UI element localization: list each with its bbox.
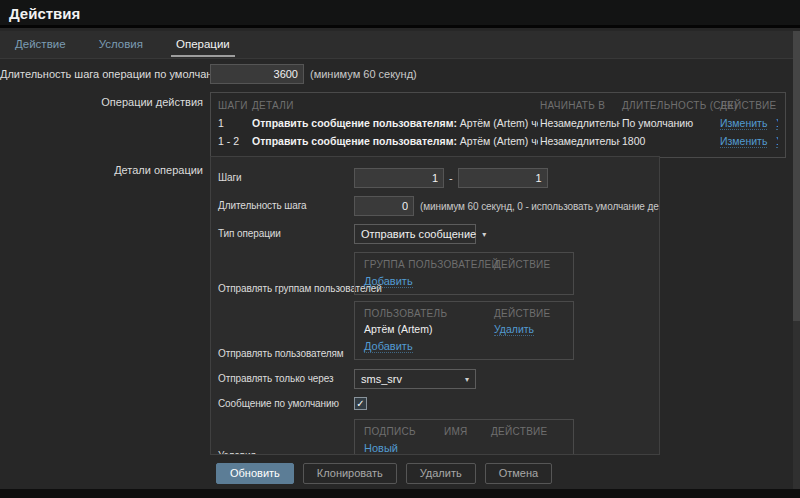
col-user-group: ГРУППА ПОЛЬЗОВАТЕЛЕЙ [364,257,492,272]
table-row: 1 Отправить сообщение пользователям: Арт… [218,114,778,132]
new-condition-line: Новый [364,441,564,455]
tab-operations[interactable]: Операции [171,31,235,57]
step-duration-row: Длительность шага (минимум 60 секунд, 0 … [218,196,652,216]
operation-details-target: Артём (Artem) через sms_srv [457,117,538,129]
row-default-step-duration: Длительность шага операции по умолчанию … [0,64,417,84]
send-only-to-select[interactable]: sms_srv ▾ [354,369,476,389]
operation-details: Отправить сообщение пользователям: Артём… [252,132,538,150]
operation-type-row: Тип операции Отправить сообщение ▾ [218,224,652,244]
check-icon: ✓ [356,398,364,409]
page-header: Действия [0,0,800,28]
step-from-input[interactable] [354,168,444,188]
default-message-checkbox[interactable]: ✓ [354,397,367,410]
operation-actions: Изменить Удалить [720,114,778,132]
col-action: ДЕЙСТВИЕ [491,424,564,439]
conditions-row: Условия ПОДПИСЬ ИМЯ ДЕЙСТВИЕ Новый [218,419,652,455]
operation-start-in: Незамедлительно [540,114,620,132]
scrollbar[interactable] [793,31,800,489]
chevron-down-icon: ▾ [465,375,469,384]
table-row: 1 - 2 Отправить сообщение пользователям:… [218,132,778,150]
default-step-duration-label: Длительность шага операции по умолчанию [0,64,210,84]
send-only-to-row: Отправлять только через sms_srv ▾ [218,369,652,389]
operation-actions: Изменить Удалить [720,132,778,150]
send-only-to-value: sms_srv [361,373,402,385]
col-name: ИМЯ [444,424,489,439]
operations-table: ШАГИ ДЕТАЛИ НАЧИНАТЬ В ДЛИТЕЛЬНОСТЬ (СЕК… [210,92,786,158]
users-box: ПОЛЬЗОВАТЕЛЬ ДЕЙСТВИЕ Артём (Artem) Удал… [354,301,574,360]
clone-button[interactable]: Клонировать [303,463,397,484]
edit-operation-link[interactable]: Изменить [720,135,767,148]
chevron-down-icon: ▾ [482,230,486,239]
operation-steps: 1 [218,114,250,132]
add-user-link[interactable]: Добавить [364,340,413,353]
default-message-label: Сообщение по умолчанию [218,398,354,410]
operation-details-label: Детали операции [0,156,210,180]
col-steps: ШАГИ [218,98,250,114]
user-name: Артём (Artem) [364,321,492,337]
step-duration-hint: (минимум 60 секунд, 0 - использовать умо… [420,201,660,212]
user-groups-header: ГРУППА ПОЛЬЗОВАТЕЛЕЙ ДЕЙСТВИЕ [364,257,564,272]
step-duration-input[interactable] [354,196,414,216]
default-step-duration-hint: (минимум 60 секунд) [310,68,417,80]
tab-bar: Действие Условия Операции [0,31,800,59]
user-action: Удалить [494,321,564,337]
operation-details-type: Отправить сообщение пользователям: [252,135,457,147]
scrollbar-thumb[interactable] [793,31,800,321]
operation-type-label: Тип операции [218,228,354,240]
remove-user-link[interactable]: Удалить [494,323,534,336]
list-item: Артём (Artem) Удалить [364,321,564,337]
send-to-users-row: Отправлять пользователям ПОЛЬЗОВАТЕЛЬ ДЕ… [218,301,652,360]
col-details: ДЕТАЛИ [252,98,538,114]
steps-label: Шаги [218,172,354,184]
operation-start-in: Незамедлительно [540,132,620,150]
operation-steps: 1 - 2 [218,132,250,150]
cancel-button[interactable]: Отмена [485,463,552,484]
col-user: ПОЛЬЗОВАТЕЛЬ [364,306,492,321]
col-action: ДЕЙСТВИЕ [720,98,778,114]
operation-type-select[interactable]: Отправить сообщение ▾ [354,224,476,244]
user-groups-box: ГРУППА ПОЛЬЗОВАТЕЛЕЙ ДЕЙСТВИЕ Добавить [354,252,574,295]
step-duration-label: Длительность шага [218,200,354,212]
send-to-users-label: Отправлять пользователям [218,348,354,360]
row-operation-details: Детали операции Шаги - Длительность шага… [0,156,660,455]
conditions-header: ПОДПИСЬ ИМЯ ДЕЙСТВИЕ [364,424,564,439]
send-to-groups-label: Отправлять группам пользователей [218,283,354,295]
operations-table-header: ШАГИ ДЕТАЛИ НАЧИНАТЬ В ДЛИТЕЛЬНОСТЬ (СЕК… [218,98,778,114]
conditions-box: ПОДПИСЬ ИМЯ ДЕЙСТВИЕ Новый [354,419,574,455]
add-user-group-link[interactable]: Добавить [364,275,413,288]
operation-details-target: Артём (Artem) через Email [457,135,538,147]
add-user-group-line: Добавить [364,274,564,289]
steps-separator: - [449,172,453,184]
delete-button[interactable]: Удалить [406,463,476,484]
conditions-label: Условия [218,450,354,455]
tab-conditions[interactable]: Условия [94,31,148,56]
tab-action[interactable]: Действие [10,31,71,56]
send-to-groups-row: Отправлять группам пользователей ГРУППА … [218,252,652,295]
operation-duration: 1800 [622,132,718,150]
steps-row: Шаги - [218,168,652,188]
default-message-row: Сообщение по умолчанию ✓ [218,397,652,410]
col-duration: ДЛИТЕЛЬНОСТЬ (СЕК) [622,98,718,114]
footer-buttons: Обновить Клонировать Удалить Отмена [216,463,552,484]
col-start-in: НАЧИНАТЬ В [540,98,620,114]
operation-details: Отправить сообщение пользователям: Артём… [252,114,538,132]
row-action-operations: Операции действия ШАГИ ДЕТАЛИ НАЧИНАТЬ В… [0,92,786,158]
bottom-strip [0,489,800,498]
action-operations-label: Операции действия [0,92,210,112]
new-condition-link[interactable]: Новый [364,442,398,455]
page-title: Действия [9,5,791,23]
update-button[interactable]: Обновить [216,463,294,484]
col-action: ДЕЙСТВИЕ [494,257,564,272]
operation-duration: По умолчанию [622,114,718,132]
edit-operation-link[interactable]: Изменить [720,117,767,130]
delete-operation-link[interactable]: Удалить [776,117,778,130]
send-only-to-label: Отправлять только через [218,373,354,385]
delete-operation-link[interactable]: Удалить [776,135,778,148]
operation-details-panel: Шаги - Длительность шага (минимум 60 сек… [210,156,660,455]
operation-type-value: Отправить сообщение [361,228,476,240]
operation-details-type: Отправить сообщение пользователям: [252,117,457,129]
add-user-line: Добавить [364,339,564,354]
default-step-duration-input[interactable] [210,64,304,84]
step-to-input[interactable] [458,168,548,188]
col-action: ДЕЙСТВИЕ [494,306,564,321]
